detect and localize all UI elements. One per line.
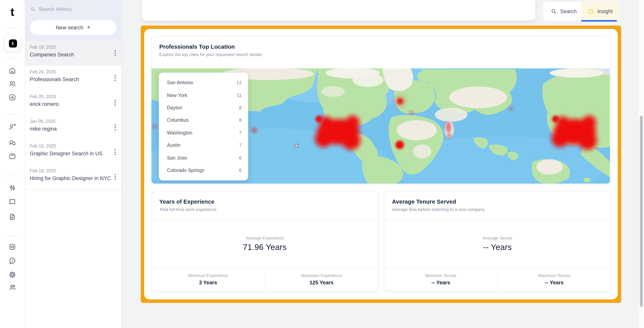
brand-logo: t: [0, 5, 25, 18]
history-search-input[interactable]: Search History: [30, 6, 72, 12]
city-name: San Antonio: [167, 80, 193, 85]
workspace-button[interactable]: t: [4, 35, 21, 51]
scrollbar-track: [638, 0, 644, 328]
home-icon[interactable]: [8, 66, 16, 75]
history-item-title: Companies Search: [30, 52, 74, 57]
city-count: 6: [239, 155, 242, 161]
history-item[interactable]: Feb 24, 2025 Professionals Search: [25, 66, 122, 91]
history-item-title: Professionals Search: [30, 76, 79, 82]
tenure-card-title: Average Tenure Served: [392, 198, 456, 205]
city-row: Columbus8: [159, 114, 248, 126]
max-experience-label: Maximum Experience: [301, 273, 342, 278]
location-card-subtitle: Explore the top cities for your requeste…: [159, 52, 262, 57]
search-history-panel: Search History New search + Feb 19, 2025…: [25, 0, 122, 328]
new-search-button[interactable]: New search +: [30, 20, 116, 35]
tab-search-label: Search: [560, 8, 577, 14]
average-tenure-section: Average Tenure -- Years: [384, 219, 611, 268]
divider: [6, 176, 19, 176]
average-experience-section: Average Experience 71.96 Years: [152, 219, 378, 268]
history-item-title: Hiring for Graphic Designer in NYC: [30, 175, 111, 181]
city-count: 12: [236, 80, 242, 85]
messages-icon[interactable]: [8, 139, 16, 147]
history-search-placeholder: Search History: [39, 6, 72, 12]
add-user-icon[interactable]: [8, 123, 16, 131]
tab-search[interactable]: Search: [543, 2, 584, 20]
item-menu-icon[interactable]: [112, 124, 118, 131]
top-location-card: Professionals Top Location Explore the t…: [151, 36, 611, 184]
min-experience-label: Minimum Experience: [188, 273, 228, 278]
location-card-title: Professionals Top Location: [159, 43, 235, 50]
history-item-date: Feb 20, 2025: [30, 94, 56, 99]
team-icon[interactable]: [8, 283, 16, 292]
city-count: 6: [239, 168, 242, 173]
experience-card-header: Years of Experience Total full-time work…: [152, 192, 378, 220]
workspace-icon: t: [9, 39, 17, 47]
city-row: San Jose6: [159, 152, 248, 164]
city-row: Washington7: [159, 126, 248, 139]
bookmark-icon[interactable]: [8, 198, 16, 206]
city-row: Austin7: [159, 139, 248, 152]
filters-icon[interactable]: [8, 184, 16, 192]
plus-icon: +: [87, 24, 90, 31]
max-experience-cell: Maximum Experience 125 Years: [264, 268, 378, 291]
active-tab-underline: [581, 20, 617, 21]
tenure-min-max-row: Minimum Tenure -- Years Maximum Tenure -…: [384, 268, 611, 291]
history-item-date: Feb 19, 2025: [30, 168, 56, 173]
notes-icon[interactable]: [8, 213, 16, 221]
city-name: Austin: [167, 143, 180, 148]
search-icon: [30, 6, 36, 12]
help-icon[interactable]: ?: [8, 257, 16, 265]
divider: [6, 58, 19, 59]
experience-min-max-row: Minimum Experience 3 Years Maximum Exper…: [152, 268, 378, 291]
item-menu-icon[interactable]: [112, 173, 118, 181]
history-item[interactable]: Feb 19, 2025 Companies Search: [25, 41, 122, 66]
city-row: San Antonio12: [159, 76, 248, 89]
item-menu-icon[interactable]: [112, 74, 118, 82]
tenure-card-header: Average Tenure Served Average time befor…: [384, 192, 611, 220]
history-item-date: Feb 24, 2025: [30, 69, 56, 74]
city-row: New York11: [159, 89, 248, 102]
support-knot-icon[interactable]: [8, 243, 16, 251]
board-icon[interactable]: [8, 152, 16, 161]
divider: [6, 236, 19, 236]
city-row: Colorado Springs6: [159, 164, 248, 177]
tab-insight-label: Insight: [597, 8, 613, 14]
world-heatmap[interactable]: San Antonio12 New York11 Dayton8 Columbu…: [152, 68, 610, 184]
min-tenure-cell: Minimum Tenure -- Years: [384, 268, 497, 291]
history-item-date: Feb 19, 2025: [30, 45, 56, 49]
min-experience-value: 3 Years: [199, 280, 217, 286]
scrollbar-thumb[interactable]: [640, 116, 643, 307]
history-item-title: Graphic Designer Search in US: [30, 151, 103, 156]
city-count: 7: [239, 130, 242, 136]
tab-insight[interactable]: Insight: [581, 1, 619, 21]
people-icon[interactable]: [8, 80, 16, 88]
item-menu-icon[interactable]: [112, 49, 118, 57]
history-item[interactable]: Jan 09, 2025 mike regina: [25, 115, 122, 140]
top-cities-list: San Antonio12 New York11 Dayton8 Columbu…: [159, 73, 248, 180]
city-count: 11: [237, 92, 242, 98]
min-experience-cell: Minimum Experience 3 Years: [152, 268, 264, 291]
history-header: Search History New search +: [25, 0, 122, 41]
average-tenure-value: -- Years: [483, 242, 512, 252]
item-menu-icon[interactable]: [112, 148, 118, 156]
tenure-card: Average Tenure Served Average time befor…: [384, 191, 611, 291]
svg-text:?: ?: [12, 259, 14, 263]
history-item[interactable]: Feb 20, 2025 erick romero: [25, 90, 122, 115]
insight-panel: Professionals Top Location Explore the t…: [144, 29, 618, 300]
city-name: New York: [167, 92, 188, 98]
divider: [6, 114, 19, 114]
city-name: Washington: [167, 130, 192, 136]
min-tenure-value: -- Years: [432, 280, 450, 286]
experience-card-subtitle: Total full-time work experience: [159, 207, 216, 212]
settings-icon[interactable]: [8, 271, 16, 279]
city-count: 8: [239, 118, 242, 123]
history-item-title: mike regina: [30, 126, 57, 132]
item-menu-icon[interactable]: [112, 99, 118, 107]
history-item[interactable]: Feb 19, 2025 Hiring for Graphic Designer…: [25, 165, 122, 190]
city-count: 7: [239, 143, 242, 148]
history-item[interactable]: Feb 19, 2025 Graphic Designer Search in …: [25, 140, 122, 165]
average-tenure-label: Average Tenure: [482, 236, 512, 240]
history-item-date: Feb 19, 2025: [30, 144, 56, 148]
average-experience-label: Average Experience: [246, 236, 284, 240]
analytics-icon[interactable]: [8, 93, 16, 102]
